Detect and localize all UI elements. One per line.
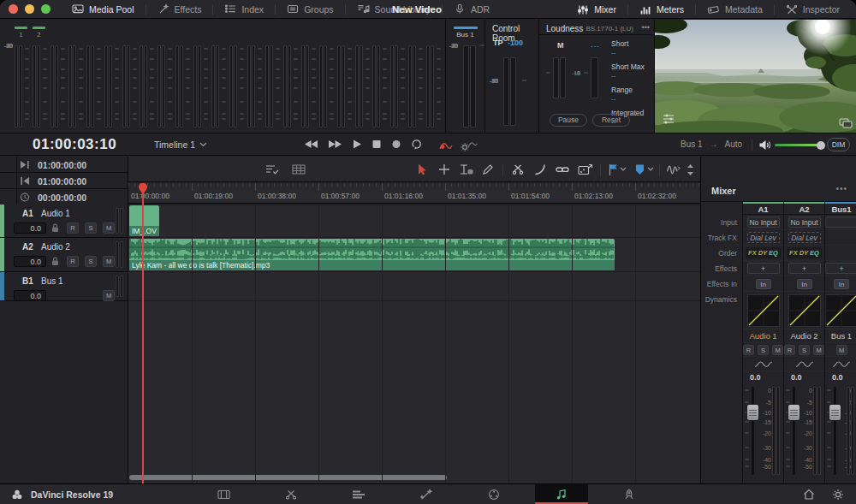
track-header-b1[interactable]: B1Bus 10.0M — [0, 272, 128, 301]
channel-m-button[interactable]: M — [772, 345, 783, 355]
effects-in-button[interactable]: In — [756, 279, 771, 289]
vertical-zoom-icon[interactable] — [686, 163, 695, 176]
panel-toggle-index[interactable]: Index — [213, 0, 275, 19]
channel-fader[interactable]: 0-5-10-15-20-30-40-50 — [825, 382, 856, 483]
timeline-view-options-button[interactable] — [265, 163, 280, 175]
pan-curve-icon[interactable] — [794, 359, 815, 369]
loudness-pause-button[interactable]: Pause — [550, 114, 587, 127]
playhead[interactable] — [142, 183, 144, 483]
zoom-window-button[interactable] — [41, 4, 51, 14]
panel-toggle-inspector[interactable]: Inspector — [775, 0, 851, 19]
monitor-volume-slider[interactable] — [775, 144, 822, 146]
mixer-channel-header[interactable]: Bus1 — [825, 202, 856, 215]
channel-name[interactable]: Audio 1 — [743, 329, 783, 343]
page-fairlight[interactable] — [535, 484, 588, 504]
clip-video-audio[interactable]: IM_.OV — [129, 205, 159, 236]
out-timecode[interactable]: 01:00:00:00 — [38, 176, 86, 187]
add-effect-button[interactable]: + — [747, 263, 780, 274]
processing-order[interactable]: FXDYEQ — [787, 247, 822, 258]
flag-dropdown-chevron[interactable] — [620, 167, 627, 172]
flag-tool-button[interactable] — [608, 163, 618, 176]
track-volume-field[interactable]: 0.0 — [14, 290, 46, 301]
video-viewer[interactable] — [655, 20, 856, 133]
waveform-zoom-presets-button[interactable] — [666, 163, 681, 176]
track-fx-slot[interactable]: Dial Lev — [788, 232, 821, 243]
mixer-menu-button[interactable]: ••• — [835, 184, 847, 193]
project-manager-home-button[interactable] — [796, 484, 822, 504]
keyframe-editor-button[interactable] — [578, 163, 593, 176]
project-settings-gear-button[interactable] — [825, 484, 851, 504]
pan-curve-icon[interactable] — [831, 359, 852, 369]
minimize-window-button[interactable] — [25, 4, 34, 14]
monitor-mode[interactable]: Auto — [725, 139, 743, 149]
channel-name[interactable]: Bus 1 — [825, 329, 856, 343]
channel-s-button[interactable]: S — [758, 345, 769, 355]
track-m-button[interactable]: M — [103, 256, 115, 267]
automation-toggle-icon[interactable] — [438, 139, 454, 151]
channel-m-button[interactable]: M — [836, 345, 847, 355]
range-selection-tool-button[interactable] — [438, 163, 450, 175]
page-deliver[interactable] — [603, 484, 656, 504]
fader-knob[interactable] — [829, 404, 841, 421]
track-index-grid-button[interactable] — [292, 163, 306, 175]
marker-dropdown-chevron[interactable] — [647, 167, 654, 172]
fader-knob[interactable] — [746, 404, 759, 421]
pan-curve-icon[interactable] — [753, 359, 774, 369]
channel-s-button[interactable]: S — [799, 345, 810, 355]
link-clips-button[interactable] — [556, 163, 569, 175]
track-m-button[interactable]: M — [103, 222, 115, 234]
timeline-horizontal-scrollbar[interactable] — [129, 475, 447, 480]
effects-in-button[interactable]: In — [797, 279, 812, 289]
track-s-button[interactable]: S — [85, 256, 97, 267]
processing-order[interactable]: FXDYEQ — [746, 247, 781, 258]
channel-r-button[interactable]: R — [743, 345, 754, 355]
track-r-button[interactable]: R — [67, 222, 79, 234]
page-fusion[interactable] — [400, 484, 453, 504]
dynamics-graph[interactable] — [825, 294, 856, 327]
mixer-channel-header[interactable]: A1 — [743, 202, 783, 215]
track-s-button[interactable]: S — [85, 222, 97, 234]
stop-button[interactable] — [372, 139, 382, 150]
page-color[interactable] — [467, 484, 520, 504]
panel-toggle-effects[interactable]: Effects — [146, 0, 213, 19]
track-m-button[interactable]: M — [103, 290, 115, 301]
channel-r-button[interactable]: R — [784, 345, 795, 355]
in-timecode[interactable]: 01:00:00:00 — [38, 160, 86, 170]
dynamics-graph[interactable] — [788, 294, 821, 327]
dim-button[interactable]: DIM — [827, 138, 850, 151]
panel-toggle-mixer[interactable]: Mixer — [566, 0, 627, 19]
record-button[interactable] — [391, 139, 401, 150]
dynamics-graph[interactable] — [747, 294, 780, 327]
input-select[interactable]: No Input — [788, 216, 821, 228]
track-r-button[interactable]: R — [67, 256, 79, 267]
channel-m-button[interactable]: M — [813, 345, 824, 355]
panel-toggle-adr[interactable]: ADR — [443, 0, 501, 19]
razor-tool-button[interactable] — [512, 163, 524, 175]
skip-back-button[interactable] — [304, 139, 318, 150]
close-window-button[interactable] — [9, 4, 18, 14]
loudness-menu-button[interactable]: ••• — [642, 23, 650, 32]
track-header-a2[interactable]: A2Audio 20.0RSM — [0, 238, 128, 272]
track-fx-slot[interactable]: Dial Lev — [747, 232, 780, 243]
effects-in-button[interactable]: In — [834, 279, 849, 289]
monitor-source[interactable]: Bus 1 — [681, 139, 703, 149]
mixer-channel-header[interactable]: A2 — [784, 202, 824, 215]
input-select[interactable]: No Input — [747, 216, 780, 228]
panel-toggle-metadata[interactable]: Metadata — [696, 0, 774, 19]
panel-toggle-media-pool[interactable]: Media Pool — [61, 0, 146, 19]
input-select[interactable] — [825, 216, 856, 228]
clip-music[interactable]: Lyle Kam - all we do is talk [Thematic].… — [129, 239, 615, 270]
track-volume-field[interactable]: 0.0 — [14, 222, 46, 234]
volume-slider-knob[interactable] — [817, 141, 825, 150]
timeline-tracks[interactable]: IM_.OVLyle Kam - all we do is talk [Them… — [128, 205, 700, 483]
play-button[interactable] — [352, 139, 362, 150]
fade-tool-button[interactable] — [534, 163, 546, 175]
page-media[interactable] — [197, 484, 250, 504]
selection-tool-button[interactable] — [416, 163, 428, 176]
channel-fader[interactable]: 0-5-10-15-20-30-40-50 — [784, 382, 824, 483]
loudness-reset-button[interactable]: Reset — [592, 114, 630, 127]
pencil-tool-button[interactable] — [482, 163, 494, 175]
duration-timecode[interactable]: 00:00:00:00 — [38, 193, 86, 203]
channel-fader[interactable]: 0-5-10-15-20-30-40-50 — [743, 382, 783, 483]
panel-toggle-meters[interactable]: Meters — [628, 0, 695, 19]
